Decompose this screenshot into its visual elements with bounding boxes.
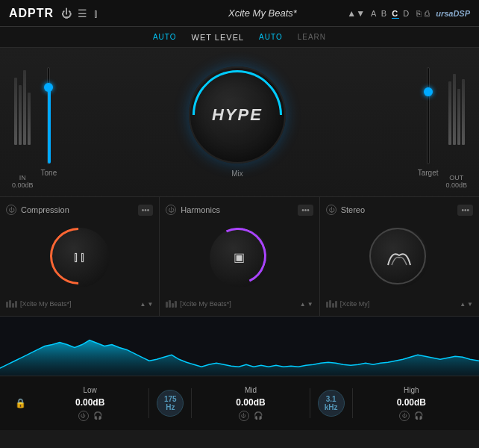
stereo-inner <box>384 246 414 269</box>
wet-level-label: Wet Level <box>192 33 245 42</box>
high-power-btn[interactable]: ⏻ <box>399 411 410 421</box>
hype-knob[interactable]: HYPE <box>189 66 286 164</box>
stereo-footer-bars <box>326 300 337 308</box>
preset-nav-left[interactable]: ▲▼ <box>347 8 365 19</box>
target-section: Target <box>418 67 439 177</box>
comp-footer-bars <box>6 300 17 308</box>
freq1-btn[interactable]: 175 Hz <box>157 390 184 417</box>
compression-module: ⏻ Compression ••• ⫿⫿ [Xcite My Beats*] ▲… <box>0 197 160 316</box>
in-meter-section: IN 0.00dB <box>12 55 34 189</box>
tone-slider[interactable] <box>47 67 50 164</box>
hype-section: HYPE Mix <box>64 66 410 178</box>
stereo-name: Stereo <box>341 205 454 214</box>
target-handle[interactable] <box>424 87 433 96</box>
stereo-knob[interactable] <box>369 228 429 287</box>
target-slider[interactable] <box>427 67 430 164</box>
harmonics-knob-area: ▣ <box>166 221 313 293</box>
learn-label[interactable]: LEARN <box>298 33 326 41</box>
brand-logo: ADPTR <box>9 7 54 20</box>
spectrum-section <box>0 317 479 376</box>
compression-menu-btn[interactable]: ••• <box>138 205 154 216</box>
compression-header: ⏻ Compression ••• <box>6 202 153 218</box>
sfb4 <box>335 301 337 308</box>
in-bar-1 <box>14 78 17 145</box>
ursa-logo: ursaDSP <box>436 9 470 18</box>
controls-bar: AUTO Wet Level AUTO LEARN <box>0 27 479 48</box>
low-headphone-btn[interactable]: 🎧 <box>93 411 102 420</box>
harm-footer-bars <box>166 300 177 308</box>
out-bar-1 <box>448 81 451 145</box>
low-power-btn[interactable]: ⏻ <box>78 411 89 421</box>
stereo-knob-area <box>326 221 473 293</box>
stereo-module: ⏻ Stereo ••• [Xc <box>320 197 479 316</box>
auto-label-1[interactable]: AUTO <box>153 33 177 41</box>
out-meter-section: OUT 0.00dB <box>445 55 467 189</box>
harm-prev-arrow[interactable]: ▲ <box>300 301 306 308</box>
stereo-menu-btn[interactable]: ••• <box>457 205 473 216</box>
mid-band-controls: ⏻ 🎧 <box>239 411 263 421</box>
stereo-preset: [Xcite My] <box>340 300 457 308</box>
paste-btn[interactable]: ⎙ <box>425 9 430 18</box>
compression-knob[interactable]: ⫿⫿ <box>50 228 110 287</box>
plugin-name: Xcite My Beats* <box>178 7 348 19</box>
high-band-controls: ⏻ 🎧 <box>399 411 423 421</box>
spectrum-display <box>0 317 479 376</box>
eq-lock-btn[interactable]: 🔒 <box>9 398 31 408</box>
harmonics-preset-arrows: ▲ ▼ <box>300 301 313 308</box>
stereo-header: ⏻ Stereo ••• <box>326 202 473 218</box>
sfb3 <box>332 303 334 308</box>
freq1-container: 175 Hz <box>149 390 191 417</box>
harmonics-header: ⏻ Harmonics ••• <box>166 202 313 218</box>
in-meter-bars <box>14 55 31 145</box>
tone-section: Tone <box>41 67 57 177</box>
in-label: IN 0.00dB <box>12 174 34 189</box>
compression-power-btn[interactable]: ⏻ <box>6 205 16 215</box>
low-band-value: 0.00dB <box>75 397 104 408</box>
harmonics-knob[interactable]: ▣ <box>210 228 269 287</box>
compression-name: Compression <box>21 205 134 214</box>
low-band-controls: ⏻ 🎧 <box>78 411 102 421</box>
in-bar-2 <box>19 85 22 145</box>
high-band-value: 0.00dB <box>397 397 426 408</box>
stereo-next-arrow[interactable]: ▼ <box>467 301 473 308</box>
power-dot: ⏻ <box>8 207 14 214</box>
low-band-label: Low <box>83 386 96 394</box>
compression-icon: ⫿⫿ <box>73 249 87 265</box>
out-label: OUT 0.00dB <box>445 174 467 189</box>
harm-next-arrow[interactable]: ▼ <box>307 301 313 308</box>
harmonics-module: ⏻ Harmonics ••• ▣ [Xcite My Beats*] ▲ ▼ <box>160 197 319 316</box>
freq2-container: 3.1 kHz <box>310 390 352 417</box>
comp-next-arrow[interactable]: ▼ <box>147 301 153 308</box>
harmonics-preset: [Xcite My Beats*] <box>180 300 296 308</box>
stereo-power-btn[interactable]: ⏻ <box>326 205 336 215</box>
out-bar-2 <box>453 74 456 145</box>
top-bar-icons: ⏻ ☰ ⫿ <box>61 7 98 19</box>
harmonics-menu-btn[interactable]: ••• <box>298 205 313 216</box>
tone-handle[interactable] <box>44 83 53 92</box>
stereo-prev-arrow[interactable]: ▲ <box>460 301 466 308</box>
main-section: IN 0.00dB Tone HYPE Mix Target <box>0 48 479 197</box>
freq2-btn[interactable]: 3.1 kHz <box>318 390 345 417</box>
hfb2 <box>169 300 171 308</box>
high-headphone-btn[interactable]: 🎧 <box>414 411 423 420</box>
modules-row: ⏻ Compression ••• ⫿⫿ [Xcite My Beats*] ▲… <box>0 197 479 317</box>
preset-slots: A B C D <box>371 9 410 18</box>
mid-band-label: Mid <box>245 386 257 394</box>
meter-icon[interactable]: ⫿ <box>93 7 98 19</box>
power-icon[interactable]: ⏻ <box>61 7 72 19</box>
comp-prev-arrow[interactable]: ▲ <box>140 301 145 308</box>
copy-btn[interactable]: ⎘ <box>416 9 422 18</box>
menu-icon[interactable]: ☰ <box>78 7 87 19</box>
harmonics-footer: [Xcite My Beats*] ▲ ▼ <box>166 296 313 311</box>
stereo-footer: [Xcite My] ▲ ▼ <box>326 296 473 311</box>
mid-headphone-btn[interactable]: 🎧 <box>254 411 263 420</box>
hype-text: HYPE <box>212 105 263 125</box>
compression-knob-area: ⫿⫿ <box>6 221 153 293</box>
hfb4 <box>175 301 177 308</box>
mid-power-btn[interactable]: ⏻ <box>239 411 249 421</box>
sfb2 <box>329 300 331 308</box>
top-bar-right: ▲▼ A B C D ⎘ ⎙ ursaDSP <box>347 8 470 19</box>
auto-label-2[interactable]: AUTO <box>259 33 283 41</box>
harmonics-power-btn[interactable]: ⏻ <box>166 205 176 215</box>
hfb1 <box>166 302 168 308</box>
